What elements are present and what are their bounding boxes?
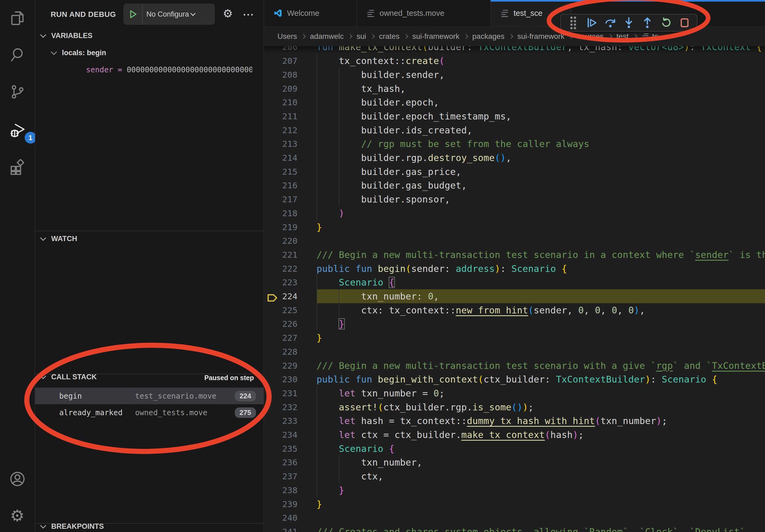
line-number[interactable]: 233: [264, 414, 298, 428]
line-number[interactable]: 217: [264, 192, 298, 206]
code-line[interactable]: 209 tx_hash,: [264, 82, 765, 96]
breadcrumb-item[interactable]: adamwelc: [310, 32, 344, 41]
line-number[interactable]: 229: [264, 359, 298, 373]
breadcrumb-item[interactable]: sui-framework: [412, 32, 459, 41]
code-line[interactable]: 236 txn_number,: [264, 455, 765, 469]
code-line[interactable]: 222public fun begin(sender: address): Sc…: [264, 262, 765, 276]
line-number[interactable]: 208: [264, 68, 298, 82]
line-number[interactable]: 223: [264, 275, 298, 289]
tab-test-sce[interactable]: test_sce: [491, 0, 571, 26]
line-number[interactable]: 232: [264, 400, 298, 414]
line-number[interactable]: 237: [264, 469, 298, 483]
code-line[interactable]: 223 Scenario {: [264, 275, 765, 289]
line-number[interactable]: 234: [264, 428, 298, 442]
line-number[interactable]: 211: [264, 109, 298, 123]
line-number[interactable]: 219: [264, 220, 298, 234]
code-line[interactable]: 221/// Begin a new multi-transaction tes…: [264, 248, 765, 262]
code-line[interactable]: 232 assert!(ctx_builder.rgp.is_some());: [264, 400, 765, 414]
code-line[interactable]: 226 }: [264, 317, 765, 331]
breadcrumb-item-file[interactable]: te: [641, 32, 658, 41]
code-line[interactable]: 217 builder.sponsor,: [264, 192, 765, 206]
watch-section-header[interactable]: WATCH: [41, 235, 77, 243]
line-number[interactable]: 214: [264, 151, 298, 165]
step-out-button[interactable]: [640, 15, 655, 30]
line-number[interactable]: 227: [264, 331, 298, 345]
toolbar-drag-handle[interactable]: [565, 15, 581, 30]
breadcrumb-item[interactable]: sui-framework: [517, 32, 564, 41]
code-line[interactable]: 224 txn_number: 0,: [264, 289, 765, 303]
line-number[interactable]: 216: [264, 178, 298, 192]
line-number[interactable]: 213: [264, 137, 298, 151]
variables-scope[interactable]: locals: begin: [52, 49, 106, 57]
variables-section-header[interactable]: VARIABLES: [41, 32, 93, 40]
breadcrumb-item[interactable]: crates: [379, 32, 399, 41]
more-actions-button[interactable]: [244, 14, 253, 16]
line-number[interactable]: 225: [264, 303, 298, 317]
code-line[interactable]: 230public fun begin_with_context(ctx_bui…: [264, 372, 765, 386]
breadcrumb-item[interactable]: sources: [577, 32, 604, 41]
line-number[interactable]: 221: [264, 248, 298, 262]
code-line[interactable]: 238 }: [264, 483, 765, 497]
line-number[interactable]: 230: [264, 372, 298, 386]
activity-extensions-button[interactable]: [9, 160, 26, 176]
code-line[interactable]: 214 builder.rgp.destroy_some(),: [264, 151, 765, 165]
call-stack-section-header[interactable]: CALL STACK: [41, 373, 97, 381]
activity-account-button[interactable]: [9, 471, 26, 488]
code-line[interactable]: 208 builder.sender,: [264, 68, 765, 82]
line-number[interactable]: 226: [264, 317, 298, 331]
activity-settings-gear-button[interactable]: ⚙: [9, 508, 26, 524]
activity-search-button[interactable]: [9, 47, 26, 64]
call-stack-frame[interactable]: begin test_scenario.move 224: [35, 388, 264, 404]
call-stack-frame[interactable]: already_marked owned_tests.move 275: [35, 404, 264, 421]
line-number[interactable]: 231: [264, 386, 298, 400]
line-number[interactable]: 228: [264, 345, 298, 359]
code-line[interactable]: 225 ctx: tx_context::new_from_hint(sende…: [264, 303, 765, 317]
code-line[interactable]: 210 builder.epoch,: [264, 95, 765, 109]
line-number[interactable]: 212: [264, 123, 298, 137]
variable-sender[interactable]: sender = 0000000000000000000000000000…: [86, 65, 252, 74]
code-line[interactable]: 241/// Creates and shares system objects…: [264, 525, 765, 532]
step-over-button[interactable]: [603, 15, 618, 30]
step-into-button[interactable]: [621, 15, 636, 30]
debug-settings-gear-button[interactable]: ⚙: [223, 8, 233, 19]
line-number[interactable]: 215: [264, 165, 298, 179]
code-line[interactable]: 231 let txn_number = 0;: [264, 386, 765, 400]
line-number[interactable]: 235: [264, 442, 298, 456]
tab-welcome[interactable]: Welcome: [264, 0, 357, 26]
breadcrumb-item[interactable]: Users: [278, 32, 297, 41]
line-number[interactable]: 238: [264, 483, 298, 497]
code-line[interactable]: 235 Scenario {: [264, 442, 765, 456]
line-number[interactable]: 210: [264, 95, 298, 109]
line-number[interactable]: 218: [264, 206, 298, 220]
code-line[interactable]: 207 tx_context::create(: [264, 54, 765, 68]
code-line[interactable]: 234 let ctx = ctx_builder.make_tx_contex…: [264, 428, 765, 442]
code-line[interactable]: 212 builder.ids_created,: [264, 123, 765, 137]
activity-explorer-button[interactable]: [9, 10, 26, 27]
line-number[interactable]: 241: [264, 525, 298, 532]
line-number[interactable]: 220: [264, 234, 298, 248]
run-config-dropdown[interactable]: No Configura: [124, 4, 215, 25]
code-line[interactable]: 216 builder.gas_budget,: [264, 178, 765, 192]
line-number[interactable]: 209: [264, 82, 298, 96]
code-line[interactable]: 218 ): [264, 206, 765, 220]
breadcrumb-item[interactable]: sui: [357, 32, 366, 41]
breakpoints-section-header[interactable]: BREAKPOINTS: [41, 522, 104, 531]
breadcrumb-item[interactable]: test: [616, 32, 629, 41]
start-debug-button[interactable]: [124, 4, 143, 24]
code-line[interactable]: 220: [264, 234, 765, 248]
line-number[interactable]: 224: [264, 289, 298, 303]
line-number[interactable]: 207: [264, 54, 298, 68]
code-line[interactable]: 229/// Begin a new multi-transaction tes…: [264, 359, 765, 373]
code-line[interactable]: 239}: [264, 497, 765, 511]
line-number[interactable]: 222: [264, 262, 298, 276]
code-line[interactable]: 228: [264, 345, 765, 359]
code-area[interactable]: 206fun make_tx_context(builder: TxContex…: [264, 0, 765, 532]
tab-owned-tests-move[interactable]: owned_tests.move: [357, 0, 491, 26]
line-number[interactable]: 240: [264, 511, 298, 525]
breadcrumb-item[interactable]: packages: [472, 32, 504, 41]
code-line[interactable]: 215 builder.gas_price,: [264, 165, 765, 179]
activity-run-debug-button[interactable]: 1: [9, 123, 26, 140]
restart-button[interactable]: [659, 15, 674, 30]
code-line[interactable]: 233 let hash = tx_context::dummy_tx_hash…: [264, 414, 765, 428]
stop-button[interactable]: [677, 15, 692, 30]
